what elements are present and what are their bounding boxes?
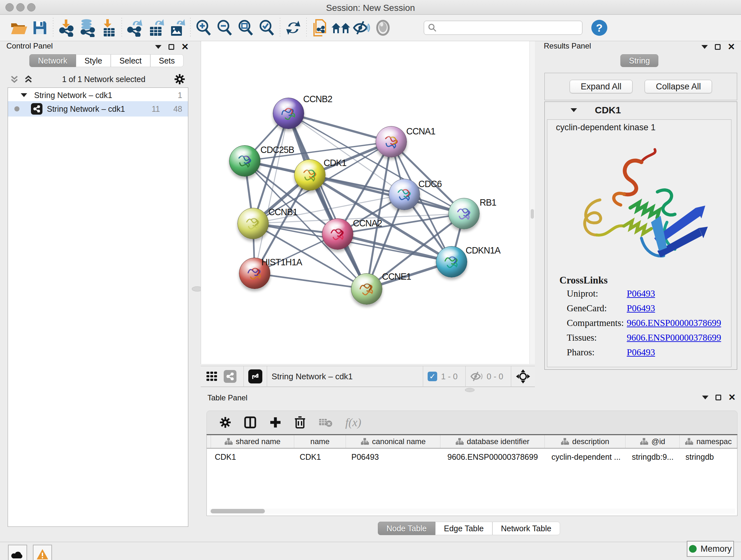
network-node-CDC6[interactable] (389, 179, 420, 210)
results-panel-float-icon[interactable] (715, 44, 721, 50)
network-share-icon[interactable] (224, 370, 237, 383)
open-session-button[interactable] (8, 18, 29, 38)
tab-select[interactable]: Select (111, 54, 150, 67)
search-input[interactable] (437, 23, 574, 33)
home-button[interactable] (330, 18, 351, 38)
gear-icon[interactable] (174, 74, 185, 84)
cloud-status-button[interactable] (8, 545, 27, 560)
column-header--id[interactable]: @id (625, 435, 680, 448)
import-network-database-button[interactable] (77, 18, 98, 38)
collection-expand-icon[interactable] (21, 93, 27, 97)
add-column-icon[interactable] (269, 416, 281, 428)
save-session-button[interactable] (29, 18, 51, 38)
collapse-all-icon[interactable] (10, 74, 19, 84)
copy-network-button[interactable] (309, 18, 330, 38)
crosslink-link[interactable]: P06493 (627, 303, 655, 314)
network-node-CCNB2[interactable] (273, 98, 304, 129)
results-panel-close-icon[interactable]: ✕ (728, 44, 735, 50)
table-panel-float-icon[interactable] (716, 395, 721, 400)
network-collection-row[interactable]: String Network – cdk1 1 (8, 88, 188, 101)
tab-string[interactable]: String (620, 54, 658, 67)
hidden-eye-icon[interactable] (470, 371, 483, 382)
table-cell[interactable]: 9606.ENSP00000378699 (448, 452, 538, 462)
tab-edge-table[interactable]: Edge Table (435, 522, 492, 535)
show-graphics-button[interactable] (373, 18, 394, 38)
network-node-RB1[interactable] (448, 198, 480, 229)
network-node-CCNA2[interactable] (322, 219, 353, 250)
table-hscrollbar[interactable] (209, 509, 735, 514)
network-node-CCNB1[interactable] (238, 208, 269, 239)
network-scrollbar[interactable] (529, 41, 535, 364)
table-gear-icon[interactable] (219, 417, 231, 428)
network-node-CCNA1[interactable] (376, 126, 407, 158)
memory-label: Memory (700, 544, 732, 554)
network-node-CDC25B[interactable] (229, 145, 260, 177)
edge-CCNB2-HIST1H1A[interactable] (255, 113, 288, 273)
tab-network[interactable]: Network (29, 54, 76, 67)
table-panel-close-icon[interactable]: ✕ (728, 395, 736, 400)
network-node-CCNE1[interactable] (351, 273, 382, 305)
column-header-database-identifier[interactable]: database identifier (441, 435, 545, 448)
export-image-button[interactable] (166, 18, 188, 38)
delete-column-icon[interactable] (294, 416, 306, 429)
results-entry-header[interactable]: CDK1 (544, 102, 737, 119)
collapse-all-button[interactable]: Collapse All (645, 80, 712, 93)
entry-expand-icon[interactable] (570, 108, 577, 112)
protein-structure-image[interactable] (562, 142, 712, 270)
fit-content-icon[interactable] (516, 369, 530, 384)
help-button[interactable]: ? (591, 20, 607, 36)
birdseye-view-icon[interactable] (248, 369, 262, 383)
selected-nodes-checkbox[interactable]: ✓ (428, 372, 437, 381)
control-panel-float-icon[interactable] (169, 44, 174, 50)
crosslink-link[interactable]: 9606.ENSP00000378699 (627, 318, 721, 328)
delete-table-icon[interactable] (319, 417, 333, 428)
column-header-namespac[interactable]: namespac (680, 435, 737, 448)
results-panel-menu-icon[interactable] (701, 45, 708, 49)
crosslink-link[interactable]: 9606.ENSP00000378699 (627, 332, 721, 343)
zoom-selected-button[interactable] (256, 18, 277, 38)
import-table-button[interactable] (98, 18, 119, 38)
import-network-file-button[interactable] (56, 18, 77, 38)
tab-network-table[interactable]: Network Table (492, 522, 560, 535)
zoom-in-button[interactable] (193, 18, 214, 38)
tab-style[interactable]: Style (76, 54, 111, 67)
export-network-button[interactable] (125, 18, 145, 38)
zoom-out-button[interactable] (214, 18, 235, 38)
column-header-description[interactable]: description (545, 435, 626, 448)
import-table-arrow-icon (104, 19, 111, 27)
crosslink-link[interactable]: P06493 (627, 288, 655, 299)
control-panel-close-icon[interactable]: ✕ (181, 44, 189, 50)
tab-sets[interactable]: Sets (150, 54, 184, 67)
network-canvas[interactable]: CCNB2CCNA1CDC25BCDK1CDC6RB1CCNB1CCNA2CDK… (201, 41, 529, 364)
table-cell[interactable]: CDK1 (215, 452, 236, 462)
export-table-button[interactable] (145, 18, 166, 38)
network-node-CDK1[interactable] (294, 159, 326, 191)
warning-status-button[interactable] (33, 545, 52, 560)
table-cell[interactable]: stringdb:9... (632, 452, 674, 462)
crosslink-link[interactable]: P06493 (627, 347, 655, 358)
tab-node-table[interactable]: Node Table (378, 522, 435, 535)
show-columns-icon[interactable] (244, 416, 257, 429)
network-row-selected[interactable]: String Network – cdk1 11 48 (8, 101, 188, 117)
grid-view-icon[interactable] (206, 370, 218, 382)
network-node-CDKN1A[interactable] (436, 246, 467, 277)
column-header-shared-name[interactable]: shared name (211, 435, 294, 448)
edge-HIST1H1A-CCNE1[interactable] (255, 273, 367, 289)
zoom-fit-button[interactable] (235, 18, 256, 38)
refresh-button[interactable] (283, 18, 304, 38)
table-cell[interactable]: P06493 (351, 452, 379, 462)
table-panel-menu-icon[interactable] (702, 395, 709, 399)
table-cell[interactable]: stringdb (685, 452, 714, 462)
function-builder-icon[interactable]: f(x) (345, 416, 361, 429)
search-box[interactable] (424, 21, 583, 35)
expand-all-icon[interactable] (23, 74, 33, 84)
column-header-name[interactable]: name (294, 435, 346, 448)
memory-button[interactable]: Memory (687, 541, 734, 557)
table-cell[interactable]: cyclin-dependent ... (551, 452, 621, 462)
table-cell[interactable]: CDK1 (300, 452, 321, 462)
column-header-canonical-name[interactable]: canonical name (346, 435, 441, 448)
expand-all-button[interactable]: Expand All (569, 80, 633, 93)
table-splitter-grip[interactable] (465, 388, 475, 392)
control-panel-menu-icon[interactable] (155, 45, 161, 49)
hide-unhide-button[interactable] (351, 18, 373, 38)
